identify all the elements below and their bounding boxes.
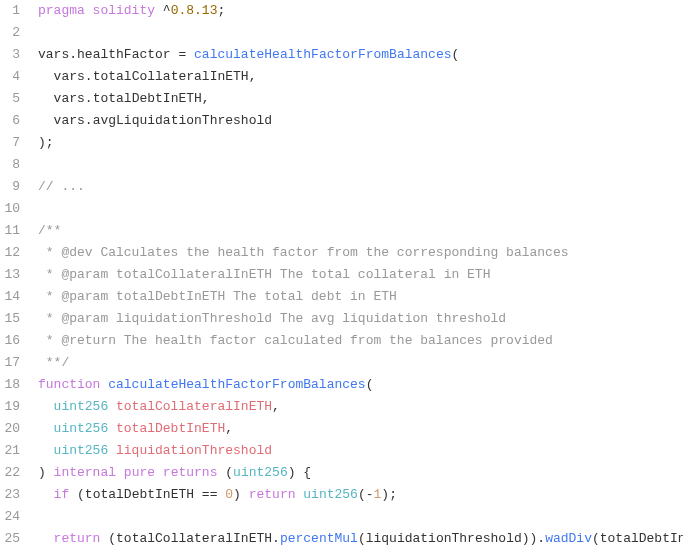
line-number: 21 — [0, 440, 20, 462]
line-number: 25 — [0, 528, 20, 550]
token-ident: liquidationThreshold — [366, 531, 522, 546]
token-ident: vars — [38, 91, 85, 106]
token-comment: * @param totalCollateralInETH The total … — [38, 267, 490, 282]
token-kw: pure — [124, 465, 163, 480]
token-fn: percentMul — [280, 531, 358, 546]
token-comment: **/ — [38, 355, 69, 370]
line-number: 17 — [0, 352, 20, 374]
token-kw: if — [54, 487, 77, 502]
token-punct: ( — [358, 487, 366, 502]
token-comment: /** — [38, 223, 61, 238]
token-punct: ) — [38, 465, 54, 480]
code-line: pragma solidity ^0.8.13; — [30, 0, 683, 22]
token-punct: ); — [38, 135, 54, 150]
token-ident: totalDebtInETH — [600, 531, 683, 546]
token-type: uint256 — [38, 443, 116, 458]
line-number: 8 — [0, 154, 20, 176]
token-comment: * @dev Calculates the health factor from… — [38, 245, 569, 260]
token-punct: , — [225, 421, 233, 436]
code-line: * @dev Calculates the health factor from… — [30, 242, 683, 264]
token-ident: vars — [38, 69, 85, 84]
token-punct: . — [85, 69, 93, 84]
code-line — [30, 154, 683, 176]
token-ident: totalCollateralInETH — [116, 531, 272, 546]
line-number: 13 — [0, 264, 20, 286]
line-number: 18 — [0, 374, 20, 396]
code-line: return (totalCollateralInETH.percentMul(… — [30, 528, 683, 550]
token-op: == — [202, 487, 225, 502]
token-version: 0.8.13 — [171, 3, 218, 18]
token-ident — [38, 531, 54, 546]
token-punct: ) { — [288, 465, 311, 480]
token-punct: . — [272, 531, 280, 546]
token-fn: calculateHealthFactorFromBalances — [108, 377, 365, 392]
token-kw: return — [54, 531, 109, 546]
token-kw: function — [38, 377, 108, 392]
token-comment: * @param liquidationThreshold The avg li… — [38, 311, 506, 326]
token-punct: . — [85, 91, 93, 106]
token-kw: return — [249, 487, 304, 502]
code-line: // ... — [30, 176, 683, 198]
token-op: = — [171, 47, 194, 62]
token-ident: totalCollateralInETH — [93, 69, 249, 84]
token-comment: // ... — [38, 179, 85, 194]
line-number: 24 — [0, 506, 20, 528]
line-number: 14 — [0, 286, 20, 308]
token-param: totalDebtInETH — [116, 421, 225, 436]
token-param: liquidationThreshold — [116, 443, 272, 458]
token-punct: ) — [233, 487, 249, 502]
token-punct: ( — [108, 531, 116, 546]
token-fn: calculateHealthFactorFromBalances — [194, 47, 451, 62]
token-punct: ( — [358, 531, 366, 546]
token-kw: pragma — [38, 3, 93, 18]
token-punct: , — [249, 69, 257, 84]
code-line: * @param totalDebtInETH The total debt i… — [30, 286, 683, 308]
token-param: totalCollateralInETH — [116, 399, 272, 414]
code-line: uint256 liquidationThreshold — [30, 440, 683, 462]
token-kw: internal — [54, 465, 124, 480]
line-number: 3 — [0, 44, 20, 66]
code-line: vars.totalDebtInETH, — [30, 88, 683, 110]
line-number: 16 — [0, 330, 20, 352]
code-line: * @return The health factor calculated f… — [30, 330, 683, 352]
token-type: uint256 — [38, 421, 116, 436]
token-punct: . — [69, 47, 77, 62]
code-line: if (totalDebtInETH == 0) return uint256(… — [30, 484, 683, 506]
token-punct: ( — [225, 465, 233, 480]
token-kw: solidity — [93, 3, 163, 18]
line-number: 10 — [0, 198, 20, 220]
token-punct: , — [272, 399, 280, 414]
token-num: 0 — [225, 487, 233, 502]
line-number: 6 — [0, 110, 20, 132]
line-number: 5 — [0, 88, 20, 110]
line-number: 4 — [0, 66, 20, 88]
token-punct: )). — [522, 531, 545, 546]
token-punct: , — [202, 91, 210, 106]
code-line: ); — [30, 132, 683, 154]
token-type: uint256 — [303, 487, 358, 502]
token-punct: ( — [592, 531, 600, 546]
line-number: 22 — [0, 462, 20, 484]
token-ident: totalDebtInETH — [93, 91, 202, 106]
token-ident: vars — [38, 47, 69, 62]
token-ident: healthFactor — [77, 47, 171, 62]
token-punct: ; — [217, 3, 225, 18]
token-op: - — [366, 487, 374, 502]
token-punct: ( — [452, 47, 460, 62]
code-line — [30, 198, 683, 220]
code-content: pragma solidity ^0.8.13;vars.healthFacto… — [30, 0, 683, 550]
code-line: function calculateHealthFactorFromBalanc… — [30, 374, 683, 396]
token-fn: wadDiv — [545, 531, 592, 546]
token-ident: avgLiquidationThreshold — [93, 113, 272, 128]
token-punct: ); — [381, 487, 397, 502]
line-number: 2 — [0, 22, 20, 44]
line-number: 7 — [0, 132, 20, 154]
line-number: 15 — [0, 308, 20, 330]
code-line — [30, 22, 683, 44]
code-line: uint256 totalCollateralInETH, — [30, 396, 683, 418]
token-type: uint256 — [38, 399, 116, 414]
code-line: uint256 totalDebtInETH, — [30, 418, 683, 440]
token-ident: totalDebtInETH — [85, 487, 202, 502]
code-line: **/ — [30, 352, 683, 374]
code-line: * @param liquidationThreshold The avg li… — [30, 308, 683, 330]
